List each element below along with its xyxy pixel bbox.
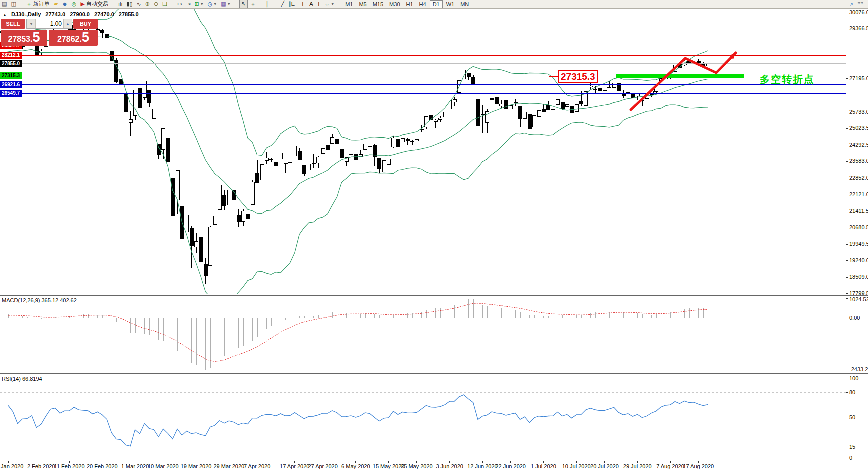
community-button[interactable]: ☻: [60, 0, 69, 8]
chat-icon[interactable]: ❞❞: [856, 0, 865, 8]
date-tick: 10 Jul 2020: [562, 464, 591, 470]
crosshair-button[interactable]: ＋: [249, 0, 257, 8]
timeframe-w1-button[interactable]: W1: [444, 1, 457, 8]
price-level-badge: 26549.7: [0, 90, 22, 97]
crayon-icon: ▰: [54, 0, 58, 8]
timeframe-m30-button[interactable]: M30: [387, 1, 402, 8]
candlestick-button[interactable]: ▮▯: [125, 0, 134, 8]
new-order-button[interactable]: ＋新订单: [25, 0, 51, 8]
price-tick: 22121.0: [849, 192, 868, 198]
volume-increase-button[interactable]: ▲: [63, 20, 72, 28]
mt4-window: { "toolbar": { "items": [ {"name":"new-c…: [0, 0, 868, 472]
periods-icon: ◷: [208, 0, 213, 8]
date-tick: 1 Mar 2020: [121, 464, 149, 470]
periods-button-dropdown[interactable]: ▼: [213, 2, 217, 6]
price-tick: 21411.5: [849, 208, 868, 214]
equidistant-channel-button[interactable]: ∥E: [287, 0, 296, 8]
price-axis-border: [846, 8, 846, 461]
rsi-tick: 80: [849, 390, 855, 396]
text-button[interactable]: A: [308, 0, 314, 8]
trendline-button[interactable]: ╱: [280, 0, 286, 8]
arrows-button[interactable]: ↔▼: [323, 0, 336, 8]
date-tick: 29 Jul 2020: [623, 464, 652, 470]
periods-button[interactable]: ◷▼: [206, 0, 219, 8]
timeframe-h1-button[interactable]: H1: [404, 1, 416, 8]
chart-profiles-button[interactable]: ◫: [9, 0, 17, 8]
buy-button[interactable]: BUY: [73, 19, 98, 29]
price-tick: 17799.5: [849, 290, 868, 296]
toolbar-separator: [171, 1, 174, 8]
date-tick: 17 Apr 2020: [280, 464, 309, 470]
toolbar-right-icons: ⌕❞❞: [848, 0, 868, 8]
indicators-button[interactable]: ⊞▼: [193, 0, 205, 8]
templates-button-dropdown[interactable]: ▼: [227, 2, 231, 6]
sell-price[interactable]: 27853.5: [1, 30, 47, 46]
cursor-button[interactable]: ↖: [239, 0, 248, 8]
text-label-button[interactable]: T: [315, 0, 322, 8]
date-tick: 2 Feb 2020: [27, 464, 55, 470]
sell-button[interactable]: SELL: [1, 19, 25, 29]
volume-decrease-button[interactable]: ▼: [27, 20, 36, 28]
indicators-button-dropdown[interactable]: ▼: [200, 2, 204, 6]
toolbar-separator: [338, 1, 341, 8]
zoom-out-icon: ⊖: [154, 0, 158, 8]
price-level-badge: 27315.3: [0, 72, 22, 80]
new-chart-icon: ▤: [2, 0, 7, 8]
search-icon[interactable]: ⌕: [849, 0, 855, 8]
turning-point-note[interactable]: 多空转折点: [760, 73, 815, 86]
price-tick: 24292.5: [849, 142, 868, 148]
date-tick: 3 Jun 2020: [436, 464, 463, 470]
macd-tick: 1024.52: [849, 296, 868, 302]
horizontal-line-button[interactable]: ─: [272, 0, 279, 8]
panel-collapse-toggle[interactable]: ▲: [3, 13, 7, 18]
macd-tick: -2433.25: [849, 366, 868, 372]
text-icon: A: [309, 0, 313, 8]
timeframe-m15-button[interactable]: M15: [370, 1, 386, 8]
line-chart-button[interactable]: ∿: [135, 0, 143, 8]
price-tick: 27195.0: [849, 76, 868, 82]
chat-icon: ❞❞: [857, 0, 863, 8]
chart-shift-icon: ⇥: [186, 0, 190, 8]
autotrading-button[interactable]: ▶自动交易: [79, 0, 109, 8]
macd-separator-1[interactable]: [0, 294, 868, 294]
price-tick: 23583.0: [849, 158, 868, 164]
price-main-digits: 27862.: [57, 32, 82, 46]
vertical-line-button[interactable]: │: [264, 0, 271, 8]
chart-shift-button[interactable]: ⇥: [184, 0, 192, 8]
rsi-tick: 15: [849, 444, 855, 450]
date-tick: 27 Apr 2020: [308, 464, 337, 470]
price-tick: 22852.0: [849, 175, 868, 181]
auto-scroll-button[interactable]: ↦: [176, 0, 183, 8]
date-tick: 11 Feb 2020: [54, 464, 85, 470]
arrows-button-dropdown[interactable]: ▼: [331, 2, 334, 6]
close-value: 27855.0: [119, 12, 139, 18]
date-tick: 20 Jul 2020: [590, 464, 619, 470]
bar-chart-button[interactable]: ılı: [117, 0, 124, 8]
zoom-in-button[interactable]: ⊕: [144, 0, 151, 8]
date-tick: 19 Mar 2020: [181, 464, 212, 470]
timeframe-m1-button[interactable]: M1: [343, 1, 355, 8]
timeframe-h4-button[interactable]: H4: [417, 1, 429, 8]
chart-area[interactable]: [0, 0, 868, 472]
date-tick: 22 Jun 2020: [495, 464, 526, 470]
volume-input[interactable]: [36, 20, 63, 28]
rsi-separator-1[interactable]: [0, 374, 868, 374]
buy-price[interactable]: 27862.5: [49, 30, 98, 46]
toolbar-separator: [259, 1, 262, 8]
vertical-line-icon: │: [266, 0, 269, 8]
price-annotation-box[interactable]: 27315.3: [558, 70, 598, 84]
date-tick: 7 Aug 2020: [656, 464, 684, 470]
high-value: 27900.0: [70, 12, 90, 18]
zoom-out-button[interactable]: ⊖: [152, 0, 160, 8]
tile-windows-icon: ❏: [162, 0, 167, 8]
tile-windows-button[interactable]: ❏: [161, 0, 169, 8]
timeframe-mn-button[interactable]: MN: [458, 1, 471, 8]
templates-button[interactable]: ▦▼: [219, 0, 232, 8]
timeframe-d1-button[interactable]: D1: [430, 0, 443, 8]
new-chart-button[interactable]: ▤: [0, 0, 8, 8]
signals-button[interactable]: ◎: [70, 0, 78, 8]
open-value: 27743.0: [45, 12, 65, 18]
timeframe-m5-button[interactable]: M5: [356, 1, 369, 8]
fibonacci-button[interactable]: ≡F: [297, 0, 307, 8]
crayon-button[interactable]: ▰: [52, 0, 59, 8]
